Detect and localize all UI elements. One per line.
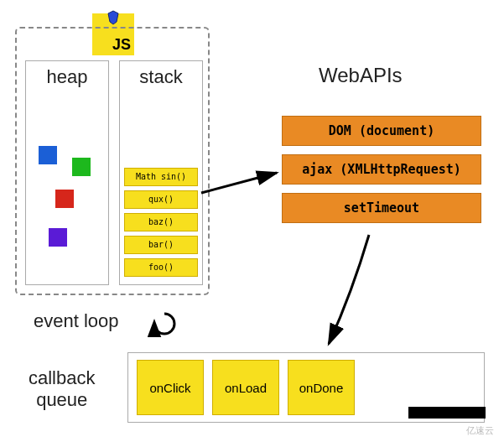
event-loop-label: event loop xyxy=(34,310,119,332)
stack-frame: qux() xyxy=(124,190,198,209)
heap-object-green xyxy=(72,158,91,176)
callback-item: onClick xyxy=(137,360,204,415)
webapi-dom: DOM (document) xyxy=(282,116,481,146)
heap-object-red xyxy=(55,190,74,208)
webapis-title: WebAPIs xyxy=(319,64,403,87)
heap-object-blue xyxy=(39,146,57,164)
shield-icon xyxy=(107,10,119,25)
callback-label-line1: callback xyxy=(29,367,95,388)
svg-line-0 xyxy=(201,173,277,193)
stack-frame: baz() xyxy=(124,213,198,231)
stack-frame: Math sin() xyxy=(124,168,198,186)
heap-column: heap xyxy=(25,60,109,285)
webapi-settimeout: setTimeout xyxy=(282,193,481,223)
callback-item: onLoad xyxy=(212,360,279,415)
callback-label-line2: queue xyxy=(36,389,87,410)
webapis-group: DOM (document) ajax (XMLHttpRequest) set… xyxy=(282,116,481,231)
arrow-stack-to-webapis xyxy=(200,168,283,201)
callback-queue-label: callback queue xyxy=(29,367,95,411)
watermark-text: 亿速云 xyxy=(466,424,494,437)
stack-frames: Math sin() qux() baz() bar() foo() xyxy=(124,168,198,281)
heap-title: heap xyxy=(26,66,108,88)
loop-icon xyxy=(148,309,181,337)
stack-frame: foo() xyxy=(124,258,198,277)
redaction-bar xyxy=(408,407,486,419)
stack-title: stack xyxy=(120,66,202,88)
heap-object-purple xyxy=(49,228,67,247)
webapi-ajax: ajax (XMLHttpRequest) xyxy=(282,154,481,185)
callback-item: onDone xyxy=(288,360,355,415)
arrow-webapis-to-queue xyxy=(319,233,386,351)
stack-frame: bar() xyxy=(124,236,198,254)
